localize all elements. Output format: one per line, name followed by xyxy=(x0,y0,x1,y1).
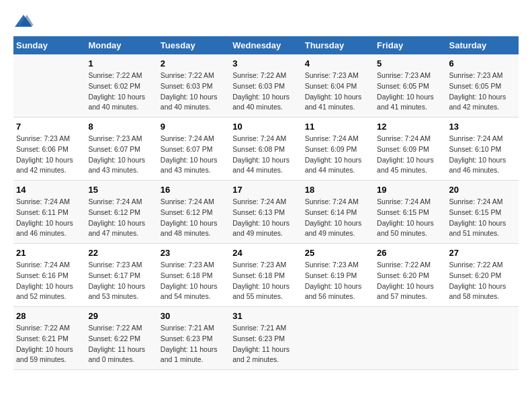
day-number: 30 xyxy=(161,311,227,321)
day-info: Sunrise: 7:22 AM Sunset: 6:22 PM Dayligh… xyxy=(88,323,154,365)
calendar-cell: 17Sunrise: 7:24 AM Sunset: 6:13 PM Dayli… xyxy=(230,181,302,244)
day-number: 15 xyxy=(88,185,154,195)
day-info: Sunrise: 7:22 AM Sunset: 6:20 PM Dayligh… xyxy=(377,260,443,302)
calendar-cell: 15Sunrise: 7:24 AM Sunset: 6:12 PM Dayli… xyxy=(85,181,157,244)
day-info: Sunrise: 7:23 AM Sunset: 6:05 PM Dayligh… xyxy=(449,71,516,113)
day-number: 17 xyxy=(232,185,299,195)
calendar-cell: 7Sunrise: 7:23 AM Sunset: 6:06 PM Daylig… xyxy=(13,118,85,181)
calendar-cell: 26Sunrise: 7:22 AM Sunset: 6:20 PM Dayli… xyxy=(374,244,446,307)
week-row-1: 1Sunrise: 7:22 AM Sunset: 6:02 PM Daylig… xyxy=(13,54,519,118)
column-header-monday: Monday xyxy=(85,36,157,54)
week-row-4: 21Sunrise: 7:24 AM Sunset: 6:16 PM Dayli… xyxy=(13,244,519,307)
day-info: Sunrise: 7:24 AM Sunset: 6:16 PM Dayligh… xyxy=(16,260,83,302)
calendar-cell xyxy=(447,307,519,370)
day-number: 18 xyxy=(305,185,371,195)
calendar-cell: 22Sunrise: 7:23 AM Sunset: 6:17 PM Dayli… xyxy=(85,244,157,307)
day-number: 5 xyxy=(377,58,443,68)
day-number: 14 xyxy=(16,185,83,195)
calendar-cell: 5Sunrise: 7:23 AM Sunset: 6:05 PM Daylig… xyxy=(374,54,446,118)
column-header-thursday: Thursday xyxy=(302,36,374,54)
day-info: Sunrise: 7:23 AM Sunset: 6:18 PM Dayligh… xyxy=(161,260,227,302)
day-info: Sunrise: 7:23 AM Sunset: 6:18 PM Dayligh… xyxy=(232,260,299,302)
calendar-cell: 4Sunrise: 7:23 AM Sunset: 6:04 PM Daylig… xyxy=(302,54,374,118)
calendar-cell: 24Sunrise: 7:23 AM Sunset: 6:18 PM Dayli… xyxy=(230,244,302,307)
calendar-cell: 19Sunrise: 7:24 AM Sunset: 6:15 PM Dayli… xyxy=(374,181,446,244)
logo-icon xyxy=(13,13,34,30)
day-info: Sunrise: 7:21 AM Sunset: 6:23 PM Dayligh… xyxy=(161,323,227,365)
calendar-cell xyxy=(302,307,374,370)
calendar-header: SundayMondayTuesdayWednesdayThursdayFrid… xyxy=(13,36,519,54)
day-number: 13 xyxy=(449,122,516,132)
day-info: Sunrise: 7:24 AM Sunset: 6:11 PM Dayligh… xyxy=(16,197,83,239)
day-info: Sunrise: 7:24 AM Sunset: 6:12 PM Dayligh… xyxy=(161,197,227,239)
column-header-wednesday: Wednesday xyxy=(230,36,302,54)
calendar-cell: 12Sunrise: 7:24 AM Sunset: 6:09 PM Dayli… xyxy=(374,118,446,181)
day-info: Sunrise: 7:22 AM Sunset: 6:02 PM Dayligh… xyxy=(88,71,154,113)
calendar-cell xyxy=(374,307,446,370)
calendar-cell: 14Sunrise: 7:24 AM Sunset: 6:11 PM Dayli… xyxy=(13,181,85,244)
day-number: 22 xyxy=(88,248,154,258)
day-number: 27 xyxy=(449,248,516,258)
calendar-cell xyxy=(13,54,85,118)
column-header-sunday: Sunday xyxy=(13,36,85,54)
calendar-cell: 23Sunrise: 7:23 AM Sunset: 6:18 PM Dayli… xyxy=(158,244,230,307)
day-number: 8 xyxy=(88,122,154,132)
day-info: Sunrise: 7:22 AM Sunset: 6:20 PM Dayligh… xyxy=(449,260,516,302)
day-number: 2 xyxy=(161,58,227,68)
day-info: Sunrise: 7:24 AM Sunset: 6:12 PM Dayligh… xyxy=(88,197,154,239)
day-number: 10 xyxy=(232,122,299,132)
day-info: Sunrise: 7:22 AM Sunset: 6:21 PM Dayligh… xyxy=(16,323,83,365)
calendar-cell: 27Sunrise: 7:22 AM Sunset: 6:20 PM Dayli… xyxy=(447,244,519,307)
day-number: 9 xyxy=(161,122,227,132)
calendar-cell: 30Sunrise: 7:21 AM Sunset: 6:23 PM Dayli… xyxy=(158,307,230,370)
column-header-tuesday: Tuesday xyxy=(158,36,230,54)
day-info: Sunrise: 7:24 AM Sunset: 6:15 PM Dayligh… xyxy=(449,197,516,239)
day-info: Sunrise: 7:23 AM Sunset: 6:04 PM Dayligh… xyxy=(305,71,371,113)
calendar-cell: 28Sunrise: 7:22 AM Sunset: 6:21 PM Dayli… xyxy=(13,307,85,370)
day-info: Sunrise: 7:24 AM Sunset: 6:10 PM Dayligh… xyxy=(449,134,516,176)
day-number: 20 xyxy=(449,185,516,195)
calendar-cell: 20Sunrise: 7:24 AM Sunset: 6:15 PM Dayli… xyxy=(447,181,519,244)
calendar-cell: 10Sunrise: 7:24 AM Sunset: 6:08 PM Dayli… xyxy=(230,118,302,181)
day-number: 23 xyxy=(161,248,227,258)
day-number: 28 xyxy=(16,311,83,321)
day-number: 29 xyxy=(88,311,154,321)
day-info: Sunrise: 7:22 AM Sunset: 6:03 PM Dayligh… xyxy=(232,71,299,113)
calendar-cell: 21Sunrise: 7:24 AM Sunset: 6:16 PM Dayli… xyxy=(13,244,85,307)
day-number: 19 xyxy=(377,185,443,195)
calendar-body: 1Sunrise: 7:22 AM Sunset: 6:02 PM Daylig… xyxy=(13,54,519,370)
week-row-2: 7Sunrise: 7:23 AM Sunset: 6:06 PM Daylig… xyxy=(13,118,519,181)
day-info: Sunrise: 7:23 AM Sunset: 6:05 PM Dayligh… xyxy=(377,71,443,113)
calendar-cell: 13Sunrise: 7:24 AM Sunset: 6:10 PM Dayli… xyxy=(447,118,519,181)
calendar-cell: 18Sunrise: 7:24 AM Sunset: 6:14 PM Dayli… xyxy=(302,181,374,244)
day-info: Sunrise: 7:23 AM Sunset: 6:07 PM Dayligh… xyxy=(88,134,154,176)
week-row-3: 14Sunrise: 7:24 AM Sunset: 6:11 PM Dayli… xyxy=(13,181,519,244)
day-number: 21 xyxy=(16,248,83,258)
day-number: 7 xyxy=(16,122,83,132)
day-number: 11 xyxy=(305,122,371,132)
day-info: Sunrise: 7:24 AM Sunset: 6:15 PM Dayligh… xyxy=(377,197,443,239)
day-info: Sunrise: 7:24 AM Sunset: 6:08 PM Dayligh… xyxy=(232,134,299,176)
calendar-cell: 11Sunrise: 7:24 AM Sunset: 6:09 PM Dayli… xyxy=(302,118,374,181)
calendar-cell: 31Sunrise: 7:21 AM Sunset: 6:23 PM Dayli… xyxy=(230,307,302,370)
page-header xyxy=(13,13,519,30)
calendar-cell: 6Sunrise: 7:23 AM Sunset: 6:05 PM Daylig… xyxy=(447,54,519,118)
day-number: 25 xyxy=(305,248,371,258)
column-header-saturday: Saturday xyxy=(447,36,519,54)
day-number: 4 xyxy=(305,58,371,68)
day-info: Sunrise: 7:23 AM Sunset: 6:17 PM Dayligh… xyxy=(88,260,154,302)
day-info: Sunrise: 7:24 AM Sunset: 6:13 PM Dayligh… xyxy=(232,197,299,239)
day-number: 6 xyxy=(449,58,516,68)
column-header-friday: Friday xyxy=(374,36,446,54)
day-number: 3 xyxy=(232,58,299,68)
day-info: Sunrise: 7:24 AM Sunset: 6:09 PM Dayligh… xyxy=(305,134,371,176)
day-number: 24 xyxy=(232,248,299,258)
calendar-cell: 2Sunrise: 7:22 AM Sunset: 6:03 PM Daylig… xyxy=(158,54,230,118)
day-info: Sunrise: 7:21 AM Sunset: 6:23 PM Dayligh… xyxy=(232,323,299,365)
logo xyxy=(13,13,36,30)
calendar-cell: 1Sunrise: 7:22 AM Sunset: 6:02 PM Daylig… xyxy=(85,54,157,118)
calendar-cell: 25Sunrise: 7:23 AM Sunset: 6:19 PM Dayli… xyxy=(302,244,374,307)
day-info: Sunrise: 7:24 AM Sunset: 6:14 PM Dayligh… xyxy=(305,197,371,239)
day-number: 16 xyxy=(161,185,227,195)
day-number: 31 xyxy=(232,311,299,321)
